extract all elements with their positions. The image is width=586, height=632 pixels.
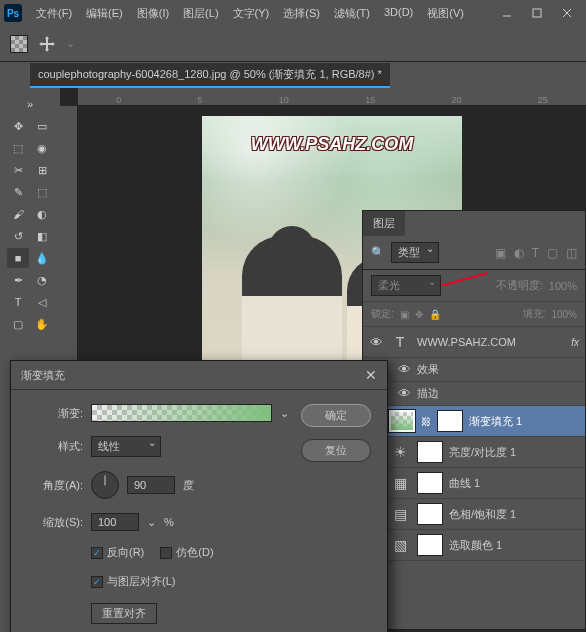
layer-row[interactable]: 👁 ▧ 选取颜色 1 [363,530,585,561]
clone-tool[interactable]: ◐ [31,204,53,224]
close-button[interactable] [552,1,582,25]
align-checkbox[interactable] [91,576,103,588]
mask-thumbnail[interactable] [417,534,443,556]
lasso-tool[interactable]: ◉ [31,138,53,158]
filter-shape-icon[interactable]: ▢ [547,246,558,260]
chevron-down-icon[interactable]: ⌄ [280,407,289,420]
gradient-preview[interactable] [91,404,272,422]
gradient-tool[interactable]: ■ [7,248,29,268]
layer-effects-row[interactable]: 👁 效果 [363,358,585,382]
layer-row[interactable]: 👁 ▦ 曲线 1 [363,468,585,499]
curves-icon: ▦ [389,472,411,494]
layer-row[interactable]: 👁 ⛓ 渐变填充 1 [363,406,585,437]
rectangle-tool[interactable]: ▢ [7,314,29,334]
eyedropper-tool[interactable]: ✎ [7,182,29,202]
artboard-tool[interactable]: ▭ [31,116,53,136]
lock-pixels-icon[interactable]: ▣ [400,309,409,320]
minimize-button[interactable] [492,1,522,25]
mask-thumbnail[interactable] [417,441,443,463]
filter-smart-icon[interactable]: ◫ [566,246,577,260]
search-icon: 🔍 [371,246,385,259]
maximize-button[interactable] [522,1,552,25]
layers-tab[interactable]: 图层 [363,211,405,236]
mask-thumbnail[interactable] [417,503,443,525]
collapse-icon[interactable]: » [19,94,41,114]
style-select[interactable]: 线性 [91,436,161,457]
menu-layer[interactable]: 图层(L) [177,2,224,25]
menu-edit[interactable]: 编辑(E) [80,2,129,25]
hue-icon: ▤ [389,503,411,525]
menu-select[interactable]: 选择(S) [277,2,326,25]
visibility-icon[interactable]: 👁 [397,386,411,401]
mask-thumbnail[interactable] [437,410,463,432]
angle-input[interactable]: 90 [127,476,175,494]
brush-tool[interactable]: 🖌 [7,204,29,224]
type-tool[interactable]: T [7,292,29,312]
layer-row[interactable]: 👁 ▤ 色相/饱和度 1 [363,499,585,530]
layers-panel: 图层 🔍 类型 ▣ ◐ T ▢ ◫ 柔光 不透明度: 100% 锁定: ▣ ✥ … [362,210,586,630]
layer-effect-stroke[interactable]: 👁 描边 [363,382,585,406]
lock-all-icon[interactable]: 🔒 [429,309,441,320]
scale-label: 缩放(S): [27,515,83,530]
menu-filter[interactable]: 滤镜(T) [328,2,376,25]
menu-3d[interactable]: 3D(D) [378,2,419,25]
svg-rect-0 [533,9,541,17]
reset-button[interactable]: 复位 [301,439,371,462]
mask-thumbnail[interactable] [417,472,443,494]
reverse-checkbox[interactable] [91,547,103,559]
layer-row[interactable]: 👁 ☀ 亮度/对比度 1 [363,437,585,468]
dither-checkbox[interactable] [160,547,172,559]
reset-align-button[interactable]: 重置对齐 [91,603,157,624]
fill-value[interactable]: 100% [551,309,577,320]
gradient-label: 渐变: [27,406,83,421]
menu-view[interactable]: 视图(V) [421,2,470,25]
filter-image-icon[interactable]: ▣ [495,246,506,260]
marquee-tool[interactable]: ⬚ [7,138,29,158]
blur-tool[interactable]: 💧 [31,248,53,268]
visibility-icon[interactable]: 👁 [397,362,411,377]
move-tool[interactable]: ✥ [7,116,29,136]
close-icon[interactable]: ✕ [365,367,377,383]
filter-adj-icon[interactable]: ◐ [514,246,524,260]
opacity-label: 不透明度: [496,278,543,293]
fill-label: 填充: [523,307,546,321]
hand-tool[interactable]: ✋ [31,314,53,334]
dodge-tool[interactable]: ◔ [31,270,53,290]
style-label: 样式: [27,439,83,454]
filter-type-select[interactable]: 类型 [391,242,439,263]
ps-logo: Ps [4,4,22,22]
link-icon[interactable]: ⛓ [421,416,431,427]
layer-thumbnail[interactable] [389,410,415,432]
visibility-icon[interactable]: 👁 [369,335,383,350]
lock-position-icon[interactable]: ✥ [415,309,423,320]
blend-mode-select[interactable]: 柔光 [371,275,441,296]
angle-label: 角度(A): [27,478,83,493]
pen-tool[interactable]: ✒ [7,270,29,290]
type-layer-icon: T [389,331,411,353]
watermark-text: WWW.PSAHZ.COM [202,134,462,155]
foreground-swatch[interactable] [10,35,28,53]
filter-type-icon[interactable]: T [532,246,539,260]
history-brush-tool[interactable]: ↺ [7,226,29,246]
angle-dial[interactable] [91,471,119,499]
dialog-title: 渐变填充 [21,368,65,383]
eraser-tool[interactable]: ◧ [31,226,53,246]
dotted-tool[interactable]: ⬚ [31,182,53,202]
chevron-down-icon[interactable]: ⌄ [147,516,156,529]
move-icon [38,35,56,53]
menu-file[interactable]: 文件(F) [30,2,78,25]
menu-image[interactable]: 图像(I) [131,2,175,25]
document-tab[interactable]: couplephotography-6004268_1280.jpg @ 50%… [30,63,390,88]
layer-row[interactable]: 👁 T WWW.PSAHZ.COM fx [363,327,585,358]
menu-type[interactable]: 文字(Y) [227,2,276,25]
scale-input[interactable]: 100 [91,513,139,531]
path-tool[interactable]: ◁ [31,292,53,312]
opacity-value[interactable]: 100% [549,280,577,292]
crop-tool[interactable]: ✂ [7,160,29,180]
frame-tool[interactable]: ⊞ [31,160,53,180]
fx-badge[interactable]: fx [571,337,579,348]
scale-unit: % [164,516,174,528]
ok-button[interactable]: 确定 [301,404,371,427]
selective-color-icon: ▧ [389,534,411,556]
angle-unit: 度 [183,478,194,493]
